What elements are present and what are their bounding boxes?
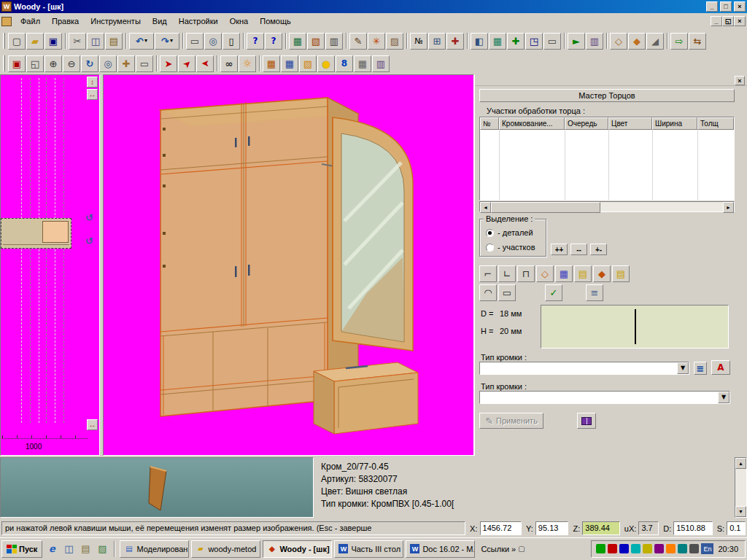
zoom-out-button[interactable]: ⊖ [63, 55, 80, 72]
cube-view-button[interactable]: ◇ [610, 33, 627, 50]
radio-details-row[interactable]: - деталей [486, 228, 533, 237]
plan-view-pane[interactable]: ↺ ↺ ↕ ↔ ↔ 1000 [0, 74, 100, 456]
edge-corner-button[interactable]: ∟ [498, 265, 516, 282]
hscroll-track[interactable] [600, 202, 723, 211]
tray-icon[interactable] [643, 544, 652, 553]
edge-properties-button[interactable]: ≡ [586, 284, 603, 301]
menu-view[interactable]: Вид [147, 15, 173, 28]
column-width[interactable]: Ширина [652, 117, 697, 130]
edge-contour-button[interactable]: ⊓ [517, 265, 535, 282]
copy-button[interactable]: ◫ [87, 33, 104, 50]
edit-pencil-button[interactable]: ✎ [349, 33, 367, 50]
quicklaunch-4-button[interactable]: ▨ [95, 542, 109, 556]
edge-3d-preview[interactable] [0, 457, 314, 518]
numbering-button[interactable]: № [410, 33, 427, 50]
scroll-up-button[interactable]: ▲ [735, 458, 746, 469]
help-button[interactable]: ? [247, 33, 264, 50]
edge-type-combo-1[interactable]: ▼ [479, 362, 689, 375]
zoom-window-button[interactable]: ◱ [26, 55, 44, 72]
pane-switch-button[interactable]: ↔ [87, 89, 98, 100]
scroll-left-button[interactable]: ◄ [480, 202, 491, 213]
crosshair-button[interactable]: ✚ [507, 33, 525, 50]
combo-2-arrow-button[interactable]: ▼ [718, 392, 729, 403]
menu-settings[interactable]: Настройки [173, 15, 224, 28]
calculator-button[interactable]: ⊞ [428, 33, 446, 50]
edge-list-button[interactable]: ≡ [694, 362, 707, 375]
links-toolbar[interactable]: Ссылки » ▢ [477, 540, 528, 558]
menu-windows[interactable]: Окна [224, 15, 255, 28]
hatchet-tool-button[interactable]: ◢ [646, 33, 664, 50]
grid-blue-button[interactable]: ▦ [281, 55, 298, 72]
table-body[interactable] [480, 130, 734, 200]
texture-button[interactable]: ▨ [386, 33, 403, 50]
edge-type-combo-2[interactable]: ▼ [479, 391, 730, 404]
tray-icon[interactable] [666, 544, 676, 553]
red-arrow-1-button[interactable]: ➤ [160, 55, 177, 72]
apply-color-button[interactable]: ✓ [545, 284, 562, 301]
print-preview-button[interactable]: ◎ [204, 33, 222, 50]
menu-help[interactable]: Помощь [254, 15, 297, 28]
task-woody-metod[interactable]: ▰ woody-metod [191, 540, 260, 558]
scroll-right-button[interactable]: ► [723, 202, 734, 213]
blue-eight-button[interactable]: 8 [336, 55, 353, 72]
tray-icon[interactable] [596, 544, 605, 553]
column-color[interactable]: Цвет [608, 117, 652, 130]
frame-view-button[interactable]: ▭ [136, 55, 153, 72]
table-hscrollbar[interactable]: ◄ ► [479, 201, 735, 212]
quicklaunch-ie-button[interactable]: e [44, 542, 59, 556]
mdi-child-icon[interactable] [1, 17, 12, 26]
add-all-button[interactable]: ++ [551, 244, 568, 255]
light-bulb-button[interactable]: ● [317, 55, 335, 72]
model-3d-viewport[interactable] [103, 74, 474, 456]
column-edging[interactable]: Кромкование... [499, 117, 565, 130]
task-word-doc-1[interactable]: W Часть III стол ... [334, 540, 403, 558]
panel-close-button[interactable]: × [735, 76, 745, 85]
play-button[interactable]: ► [568, 33, 585, 50]
mdi-close-button[interactable]: × [734, 16, 746, 26]
rotate-view-button[interactable]: ↻ [81, 55, 98, 72]
quicklaunch-3-button[interactable]: ▤ [78, 542, 93, 556]
cut-button[interactable]: ✂ [69, 33, 86, 50]
mdi-restore-button[interactable]: ◱ [722, 16, 734, 26]
column-thickness[interactable]: Толщ [697, 117, 734, 130]
grid-gray-button[interactable]: ▦ [354, 55, 371, 72]
quicklaunch-desktop-button[interactable]: ◫ [61, 542, 76, 556]
page-setup-button[interactable]: ▯ [222, 33, 240, 50]
plan-part[interactable] [1, 218, 71, 249]
grid-warm-button[interactable]: ▧ [299, 55, 317, 72]
rect-edge-button[interactable]: ▭ [498, 284, 516, 301]
edge-diamond-button[interactable]: ◇ [536, 265, 554, 282]
radio-details[interactable] [486, 229, 494, 237]
column-number[interactable]: № [480, 117, 499, 130]
edge-font-button[interactable]: А [711, 360, 730, 375]
start-button[interactable]: Пуск [1, 540, 42, 558]
wardrobe-3d-render[interactable] [104, 75, 473, 455]
print-view-button[interactable]: ▭ [543, 33, 561, 50]
spec-table-button[interactable]: ▦ [289, 33, 306, 50]
print-button[interactable]: ▭ [186, 33, 204, 50]
tools-button[interactable]: ✚ [446, 33, 464, 50]
solid-view-button[interactable]: ◆ [628, 33, 646, 50]
task-modeling[interactable]: ▤ Моделирован... [120, 540, 189, 558]
edge-sections-table[interactable]: № Кромкование... Очередь Цвет Ширина Тол… [479, 117, 735, 201]
select-view-button[interactable]: ▣ [8, 55, 26, 72]
panel-left-button[interactable]: ◧ [471, 33, 488, 50]
red-arrow-3-button[interactable]: ➤ [196, 55, 214, 72]
toolbar-grip[interactable] [3, 33, 5, 49]
edge-extra-button[interactable]: ▤ [612, 265, 630, 282]
pane-expand-button[interactable]: ↕ [87, 77, 98, 88]
links-page-icon[interactable]: ▢ [518, 545, 525, 553]
edge-top-button[interactable]: ⌐ [479, 265, 497, 282]
pan-view-button[interactable]: ✚ [117, 55, 135, 72]
tray-icon[interactable] [689, 544, 699, 553]
column-order[interactable]: Очередь [565, 117, 608, 130]
toggle-button[interactable]: +- [590, 244, 607, 255]
save-file-button[interactable]: ▣ [44, 33, 62, 50]
tray-icon[interactable] [631, 544, 640, 553]
add-table-button[interactable]: ▧ [307, 33, 325, 50]
section-marker-icon[interactable]: ↺ [85, 212, 93, 223]
edge-grid-button[interactable]: ▦ [555, 265, 573, 282]
close-button[interactable]: × [734, 1, 746, 12]
tray-icon[interactable] [608, 544, 617, 553]
redo-button[interactable]: ↷▾ [155, 33, 179, 50]
